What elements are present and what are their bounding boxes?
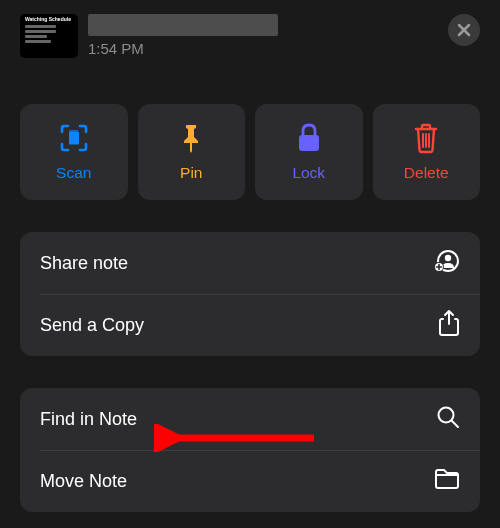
share-person-icon (434, 248, 460, 278)
sheet-header: Watching Schedule 1:54 PM (0, 0, 500, 68)
menu-group-share: Share note Send a Copy (20, 232, 480, 356)
pin-label: Pin (180, 164, 202, 182)
find-in-note-label: Find in Note (40, 409, 137, 430)
move-note-item[interactable]: Move Note (20, 450, 480, 512)
find-in-note-item[interactable]: Find in Note (20, 388, 480, 450)
pin-icon (176, 122, 206, 154)
close-button[interactable] (448, 14, 480, 46)
svg-point-6 (439, 408, 454, 423)
send-copy-item[interactable]: Send a Copy (20, 294, 480, 356)
share-note-label: Share note (40, 253, 128, 274)
thumbnail-lines (25, 25, 73, 45)
search-icon (436, 405, 460, 433)
export-icon (438, 309, 460, 341)
thumbnail-title: Watching Schedule (25, 17, 73, 23)
action-row: Scan Pin Lock Delete (0, 68, 500, 200)
delete-label: Delete (404, 164, 449, 182)
move-note-label: Move Note (40, 471, 127, 492)
close-icon (457, 23, 471, 37)
trash-icon (412, 122, 440, 154)
lock-button[interactable]: Lock (255, 104, 363, 200)
delete-button[interactable]: Delete (373, 104, 481, 200)
scan-icon (58, 122, 90, 154)
lock-label: Lock (292, 164, 325, 182)
note-title-redacted (88, 14, 278, 36)
share-note-item[interactable]: Share note (20, 232, 480, 294)
pin-button[interactable]: Pin (138, 104, 246, 200)
svg-rect-1 (299, 135, 319, 151)
scan-label: Scan (56, 164, 91, 182)
note-info: 1:54 PM (88, 14, 438, 57)
svg-rect-0 (69, 132, 79, 145)
folder-icon (434, 468, 460, 494)
send-copy-label: Send a Copy (40, 315, 144, 336)
scan-button[interactable]: Scan (20, 104, 128, 200)
note-thumbnail: Watching Schedule (20, 14, 78, 58)
note-timestamp: 1:54 PM (88, 40, 438, 57)
menu-group-edit: Find in Note Move Note (20, 388, 480, 512)
lock-icon (295, 122, 323, 154)
svg-point-3 (445, 255, 451, 261)
